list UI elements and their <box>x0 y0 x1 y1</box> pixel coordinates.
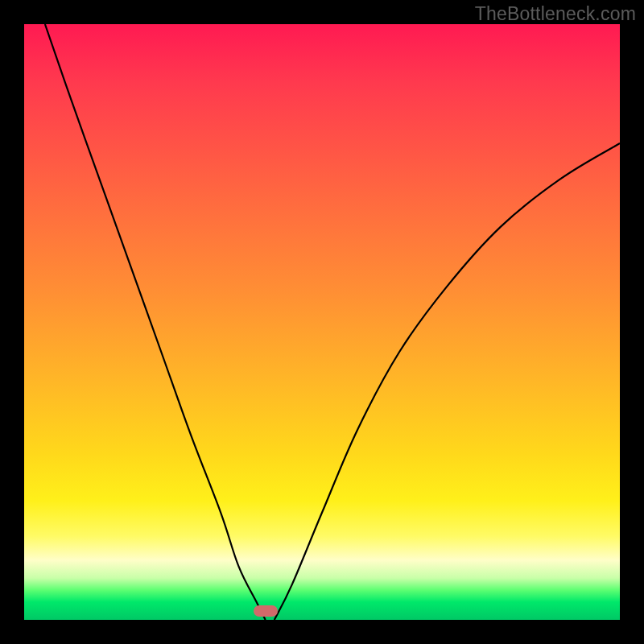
plot-area <box>24 24 620 620</box>
watermark-text: TheBottleneck.com <box>475 3 636 25</box>
right-branch-curve <box>275 143 620 620</box>
left-branch-curve <box>45 24 266 620</box>
chart-frame: TheBottleneck.com <box>0 0 644 644</box>
curve-layer <box>24 24 620 620</box>
minimum-marker <box>254 605 278 617</box>
